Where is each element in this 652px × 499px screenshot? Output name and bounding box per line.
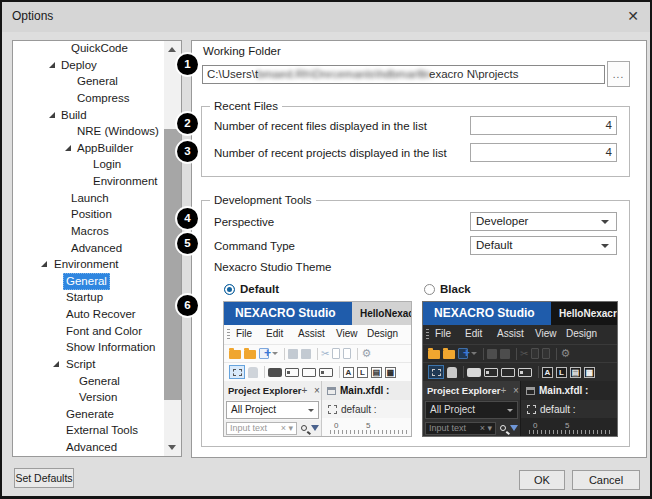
clear-search-icons: × ▾ — [480, 422, 492, 434]
tree-item-version[interactable]: Version — [13, 389, 164, 406]
preview-app-title: NEXACRO Studio — [423, 302, 551, 325]
tree-item-label: Version — [79, 389, 117, 406]
scrollbar-thumb[interactable] — [164, 129, 181, 400]
clear-search-icons: × ▾ — [281, 422, 293, 434]
separator — [284, 348, 285, 360]
tree-item-login[interactable]: Login — [13, 156, 164, 173]
tree-item-startup[interactable]: Startup — [13, 289, 164, 306]
preview-menu-view: View — [535, 328, 557, 339]
perspective-select[interactable]: Developer — [470, 212, 617, 231]
tree-expander-icon[interactable] — [49, 112, 55, 118]
tree-item-appbuilder[interactable]: AppBuilder — [13, 140, 164, 157]
recent-files-count-label: Number of recent files displayed in the … — [214, 120, 427, 132]
ruler-0: 0 — [533, 421, 537, 430]
ruler: 05 — [322, 418, 411, 436]
theme-radio-black[interactable] — [424, 284, 435, 295]
working-folder-input[interactable]: C:\Users\tbmaed.Rh\Dnrcemanls\hdbmarllln… — [202, 65, 605, 84]
dropdown-arrow-icon — [601, 244, 609, 248]
preview-menu-bar: FileEditAssistViewDesign — [423, 325, 617, 344]
tree-expander-icon[interactable] — [41, 261, 47, 267]
tree-item-font-and-color[interactable]: Font and Color — [13, 323, 164, 340]
tree-item-advanced[interactable]: Advanced — [13, 240, 164, 257]
options-tree: QuickCodeDeployGeneralCompressBuildNRE (… — [12, 40, 182, 457]
theme-preview-black[interactable]: NEXACRO StudioHelloNexacroFileEditAssist… — [422, 301, 618, 437]
cancel-button[interactable]: Cancel — [572, 470, 640, 490]
tree-item-quickcode[interactable]: QuickCode — [13, 40, 164, 57]
theme-radio-black-label: Black — [440, 283, 471, 295]
tree-item-nre-windows-[interactable]: NRE (Windows) — [13, 123, 164, 140]
tree-item-show-information[interactable]: Show Information — [13, 339, 164, 356]
preview-menu-design: Design — [566, 328, 597, 339]
tree-item-label: Startup — [66, 289, 103, 306]
step-badge-3: 3 — [177, 141, 198, 162]
tree-item-advanced[interactable]: Advanced — [13, 439, 164, 456]
scroll-up-button[interactable] — [164, 41, 181, 58]
tree-expander-icon[interactable] — [53, 361, 59, 367]
tree-item-environment[interactable]: Environment — [13, 256, 164, 273]
step-badge-4: 4 — [177, 208, 198, 229]
tree-item-environment[interactable]: Environment — [13, 173, 164, 190]
tree-item-auto-recover[interactable]: Auto Recover — [13, 306, 164, 323]
recent-files-count-input[interactable]: 4 — [470, 116, 617, 135]
ruler: 05 — [521, 418, 617, 436]
theme-preview-default[interactable]: NEXACRO StudioHelloNexacroFileEditAssist… — [223, 301, 412, 437]
preview-project-panel: Project Explorer+ ×All ProjectInput text… — [224, 381, 322, 436]
scroll-down-icon — [168, 445, 176, 450]
default-label: default : — [540, 404, 576, 415]
copy-icon — [332, 348, 340, 359]
working-folder-label: Working Folder — [203, 45, 281, 57]
ok-button[interactable]: OK — [519, 470, 565, 490]
preview-toolbar-2: AL▤▦ — [423, 362, 617, 381]
search-row: Input text× ▾ — [423, 420, 520, 436]
save-all-icon — [500, 349, 510, 359]
tree-expander-icon[interactable] — [65, 145, 71, 151]
window-title: Options — [12, 9, 53, 23]
ruler-ticks — [529, 430, 613, 434]
search-field: Input text× ▾ — [425, 422, 496, 435]
recent-projects-count-label: Number of recent projects displayed in t… — [214, 147, 447, 159]
step-badge-6: 6 — [177, 295, 198, 316]
command-type-select[interactable]: Default — [470, 236, 617, 255]
preview-title-bar: NEXACRO StudioHelloNexacro — [224, 302, 411, 325]
tree-item-position[interactable]: Position — [13, 206, 164, 223]
set-defaults-button[interactable]: Set Defaults — [14, 468, 74, 488]
tree-item-script[interactable]: Script — [13, 356, 164, 373]
theme-radio-default[interactable] — [224, 284, 235, 295]
tree-item-external-tools[interactable]: External Tools — [13, 422, 164, 439]
preview-toolbar-2: AL▤▦ — [224, 362, 411, 381]
tree-item-deploy[interactable]: Deploy — [13, 57, 164, 74]
window-icon — [327, 387, 336, 395]
all-project-combo: All Project — [226, 401, 319, 419]
preview-toolbar-1: ✂⚙ — [423, 344, 617, 362]
preview-main: Project Explorer+ ×All ProjectInput text… — [423, 381, 617, 436]
separator — [483, 348, 484, 360]
tree-item-compress[interactable]: Compress — [13, 90, 164, 107]
preview-main: Project Explorer+ ×All ProjectInput text… — [224, 381, 411, 436]
tree-item-general[interactable]: General — [13, 373, 164, 390]
paste-icon — [343, 348, 351, 359]
preview-menu-edit: Edit — [465, 328, 482, 339]
static-text-icon: A — [542, 367, 553, 378]
tree-item-generate[interactable]: Generate — [13, 406, 164, 423]
tree-item-build[interactable]: Build — [13, 107, 164, 124]
preview-app-title: NEXACRO Studio — [224, 302, 352, 325]
tree-expander-icon[interactable] — [49, 62, 55, 68]
save-icon — [288, 349, 298, 359]
widget-edit-icon — [302, 368, 316, 377]
widget-list-icon — [319, 368, 333, 377]
browse-button[interactable]: ... — [607, 61, 630, 87]
scroll-down-button[interactable] — [164, 439, 181, 456]
preview-menu-view: View — [336, 328, 358, 339]
step-badge-5: 5 — [177, 233, 198, 254]
preview-menu-assist: Assist — [298, 328, 325, 339]
command-type-label: Command Type — [214, 240, 295, 252]
tree-item-launch[interactable]: Launch — [13, 190, 164, 207]
separator — [339, 366, 340, 378]
preview-menu-file: File — [236, 328, 252, 339]
tree-item-general[interactable]: General — [13, 273, 164, 290]
tree-item-general[interactable]: General — [13, 73, 164, 90]
tree-item-label: Environment — [93, 173, 158, 190]
tree-item-macros[interactable]: Macros — [13, 223, 164, 240]
close-button[interactable]: ✕ — [627, 7, 639, 25]
recent-projects-count-input[interactable]: 4 — [470, 143, 617, 162]
